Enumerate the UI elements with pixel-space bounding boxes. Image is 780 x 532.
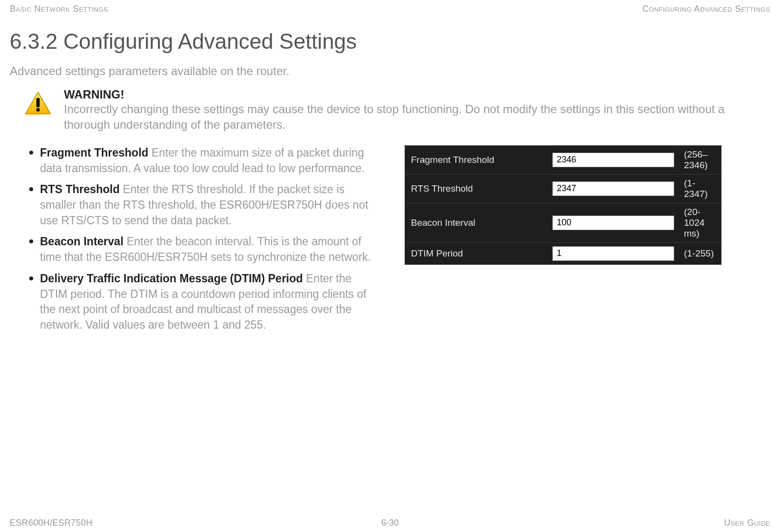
content-area: 6.3.2 Configuring Advanced Settings Adva…: [10, 29, 770, 339]
two-column-area: Fragment Threshold Enter the maximum siz…: [10, 145, 770, 339]
svg-point-1: [24, 114, 51, 116]
rts-threshold-input[interactable]: [552, 181, 674, 196]
dtim-period-input[interactable]: [552, 246, 674, 261]
form-range: (20-1024 ms): [674, 207, 715, 239]
bullet-term: Fragment Threshold: [40, 146, 148, 159]
bullet-term: RTS Threshold: [40, 183, 120, 196]
bullet-dtim-period: Delivery Traffic Indication Message (DTI…: [29, 271, 380, 333]
form-label: DTIM Period: [411, 248, 552, 259]
form-row-rts-threshold: RTS Threshold (1-2347): [405, 175, 721, 203]
footer-model: ESR600H/ESR750H: [10, 518, 93, 528]
warning-block: WARNING! Incorrectly changing these sett…: [24, 88, 770, 133]
form-row-beacon-interval: Beacon Interval (20-1024 ms): [405, 203, 721, 243]
bullet-term: Delivery Traffic Indication Message (DTI…: [40, 272, 303, 285]
footer-page-number: 6-30: [381, 518, 399, 528]
form-label: Fragment Threshold: [411, 155, 552, 165]
warning-body: Incorrectly changing these settings may …: [64, 101, 770, 133]
fragment-threshold-input[interactable]: [552, 153, 674, 167]
bullet-term: Beacon Interval: [40, 235, 123, 248]
section-title: 6.3.2 Configuring Advanced Settings: [10, 29, 770, 54]
bullet-beacon-interval: Beacon Interval Enter the beacon interva…: [29, 234, 380, 265]
running-header-left: Basic Network Settings: [10, 4, 108, 14]
settings-form-panel: Fragment Threshold (256–2346) RTS Thresh…: [405, 145, 722, 265]
form-range: (256–2346): [674, 149, 715, 171]
svg-point-3: [36, 108, 39, 111]
bullet-fragment-threshold: Fragment Threshold Enter the maximum siz…: [29, 145, 380, 176]
running-header-right: Configuring Advanced Settings: [642, 4, 770, 14]
form-row-fragment-threshold: Fragment Threshold (256–2346): [405, 146, 721, 175]
section-intro: Advanced settings parameters available o…: [10, 64, 770, 78]
warning-text: WARNING! Incorrectly changing these sett…: [64, 88, 770, 133]
bullet-rts-threshold: RTS Threshold Enter the RTS threshold. I…: [29, 182, 380, 228]
footer-doc-type: User Guide: [724, 518, 770, 528]
form-range: (1-255): [674, 248, 715, 259]
parameter-bullets: Fragment Threshold Enter the maximum siz…: [10, 145, 380, 339]
form-row-dtim-period: DTIM Period (1-255): [405, 243, 721, 264]
form-label: Beacon Interval: [411, 217, 552, 228]
form-range: (1-2347): [674, 178, 715, 199]
page: Basic Network Settings Configuring Advan…: [0, 0, 780, 532]
beacon-interval-input[interactable]: [552, 216, 674, 230]
svg-rect-2: [37, 98, 40, 107]
form-label: RTS Threshold: [411, 183, 552, 194]
warning-icon: [24, 91, 52, 116]
warning-title: WARNING!: [64, 88, 770, 101]
